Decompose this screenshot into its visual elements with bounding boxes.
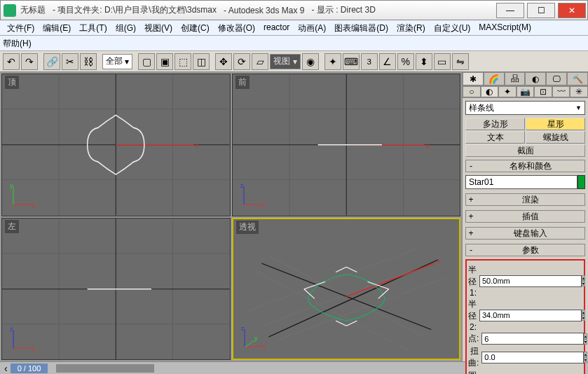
tab-display[interactable]: 🖵 [546, 72, 567, 85]
input-radius1[interactable] [479, 275, 582, 287]
maximize-button[interactable]: ☐ [527, 3, 555, 18]
app-icon [4, 4, 16, 17]
menu-render[interactable]: 渲染(R) [392, 20, 430, 35]
select-name-button[interactable]: ▣ [156, 53, 173, 70]
btn-polygon[interactable]: 多边形 [465, 118, 525, 130]
tab-utilities[interactable]: 🔨 [567, 72, 588, 85]
menu-modifiers[interactable]: 修改器(O) [214, 20, 259, 35]
frame-readout: 0 / 100 [11, 363, 48, 373]
input-points[interactable] [481, 333, 584, 345]
select-button[interactable]: ▢ [138, 53, 155, 70]
btn-text[interactable]: 文本 [465, 131, 525, 144]
sub-helpers[interactable]: ⊡ [534, 86, 552, 97]
sub-cameras[interactable]: 📷 [517, 86, 535, 97]
label-distortion: 扭曲: [468, 345, 481, 369]
viewport-left[interactable]: 左 x z [1, 218, 231, 361]
menu-create[interactable]: 创建(C) [177, 20, 214, 35]
svg-text:x: x [262, 202, 266, 209]
rotate-button[interactable]: ⟳ [233, 53, 250, 70]
svg-text:x: x [196, 141, 200, 149]
link-button[interactable]: 🔗 [43, 53, 60, 70]
sub-geometry[interactable]: ○ [463, 86, 481, 97]
redo-button[interactable]: ↷ [21, 53, 38, 70]
sub-systems[interactable]: ✳ [570, 86, 588, 97]
label-points: 点: [468, 333, 481, 345]
rollout-render[interactable]: +渲染 [465, 193, 585, 206]
spinner-snap[interactable]: ⬍ [416, 53, 432, 70]
label-radius2: 半径 2: [468, 298, 479, 332]
menu-tools[interactable]: 工具(T) [75, 20, 111, 35]
title-project: - 项目文件夹: D:\用户目录\我的文档\3dsmax [53, 4, 217, 16]
scale-button[interactable]: ▱ [252, 53, 268, 70]
named-sets[interactable]: ▭ [434, 53, 451, 70]
menu-views[interactable]: 视图(V) [140, 20, 177, 35]
tab-motion[interactable]: ◐ [525, 72, 546, 85]
btn-star[interactable]: 星形 [526, 118, 585, 130]
menu-group[interactable]: 组(G) [111, 20, 140, 35]
undo-button[interactable]: ↶ [3, 53, 20, 70]
viewport-top[interactable]: 顶 x x y [1, 74, 231, 216]
window-crossing-button[interactable]: ◫ [193, 53, 210, 70]
menu-reactor[interactable]: reactor [259, 20, 294, 35]
menu-edit[interactable]: 编辑(E) [39, 20, 75, 35]
btn-helix[interactable]: 螺旋线 [526, 131, 585, 144]
label-fillet1: 圆角半径 1: [468, 370, 479, 374]
tab-create[interactable]: ✱ [463, 72, 484, 85]
close-button[interactable]: ✕ [558, 3, 586, 18]
menu-help[interactable]: 帮助(H) [3, 39, 32, 48]
object-color-swatch[interactable] [577, 175, 585, 189]
spin-dn[interactable]: ▾ [582, 281, 585, 286]
keyboard-button[interactable]: ⌨ [343, 53, 360, 70]
svg-line-43 [346, 263, 435, 296]
ref-coord-dropdown[interactable]: 视图 ▾ [270, 54, 300, 69]
svg-line-37 [275, 278, 445, 340]
params-rollout-body: 半径 1: ▴▾ 半径 2: ▴▾ 点: ▴▾ 扭曲: ▴▾ 圆角半径 1: [465, 259, 585, 374]
panel-subtype-tabs: ○ ◐ ✦ 📷 ⊡ 〰 ✳ [463, 86, 588, 98]
shape-category-dropdown[interactable]: 样条线 [465, 101, 585, 115]
spin-up[interactable]: ▴ [582, 275, 585, 281]
title-untitled: 无标题 [20, 4, 46, 16]
title-bar: 无标题 - 项目文件夹: D:\用户目录\我的文档\3dsmax - Autod… [0, 0, 588, 20]
panel-category-tabs: ✱ 🌈 品 ◐ 🖵 🔨 [463, 72, 588, 86]
object-name-input[interactable] [465, 175, 577, 189]
command-panel: ✱ 🌈 品 ◐ 🖵 🔨 ○ ◐ ✦ 📷 ⊡ 〰 ✳ 样条线 多边形 星形 文本 … [462, 72, 588, 361]
selection-filter[interactable]: 全部 ▾ [102, 54, 132, 69]
pivot-button[interactable]: ◉ [302, 53, 319, 70]
manipulate-button[interactable]: ✦ [324, 53, 341, 70]
unlink-button[interactable]: ✂ [62, 53, 78, 70]
rollout-params[interactable]: -参数 [465, 244, 585, 256]
angle-snap[interactable]: ∠ [379, 53, 396, 70]
svg-text:x: x [32, 202, 35, 209]
main-toolbar: ↶ ↷ 🔗 ✂ ⛓ 全部 ▾ ▢ ▣ ⬚ ◫ ✥ ⟳ ▱ 视图 ▾ ◉ ✦ ⌨ … [0, 51, 588, 72]
rollout-interp[interactable]: +插值 [465, 210, 585, 223]
viewport-perspective[interactable]: 透视 x [232, 218, 461, 361]
bind-button[interactable]: ⛓ [80, 53, 97, 70]
rollout-name-color[interactable]: -名称和颜色 [465, 160, 585, 172]
btn-section[interactable]: 截面 [465, 144, 585, 157]
rollout-keyboard[interactable]: +键盘输入 [465, 227, 585, 240]
sub-shapes[interactable]: ◐ [481, 86, 499, 97]
select-rect-button[interactable]: ⬚ [175, 53, 191, 70]
input-distortion[interactable] [481, 352, 584, 363]
menu-customize[interactable]: 自定义(U) [430, 20, 475, 35]
move-button[interactable]: ✥ [215, 53, 232, 70]
sub-lights[interactable]: ✦ [498, 86, 517, 97]
svg-line-57 [245, 340, 254, 347]
menu-file[interactable]: 文件(F) [3, 20, 39, 35]
snap-toggle[interactable]: 3 [361, 53, 378, 70]
tab-hierarchy[interactable]: 品 [505, 72, 526, 85]
percent-snap[interactable]: % [397, 53, 414, 70]
minimize-button[interactable]: — [496, 3, 524, 18]
menu-maxscript[interactable]: MAXScript(M) [474, 20, 535, 35]
svg-line-53 [245, 346, 263, 347]
tab-modify[interactable]: 🌈 [484, 72, 505, 85]
svg-text:z: z [241, 325, 245, 332]
input-radius2[interactable] [479, 310, 582, 321]
menu-animation[interactable]: 动画(A) [294, 20, 330, 35]
mirror-button[interactable]: ⇋ [452, 53, 469, 70]
sub-spacewarps[interactable]: 〰 [552, 86, 570, 97]
time-slider[interactable] [56, 364, 154, 373]
viewport-front[interactable]: 前 y x z [232, 74, 461, 216]
svg-text:y: y [425, 141, 430, 149]
menu-graph[interactable]: 图表编辑器(D) [330, 20, 392, 35]
